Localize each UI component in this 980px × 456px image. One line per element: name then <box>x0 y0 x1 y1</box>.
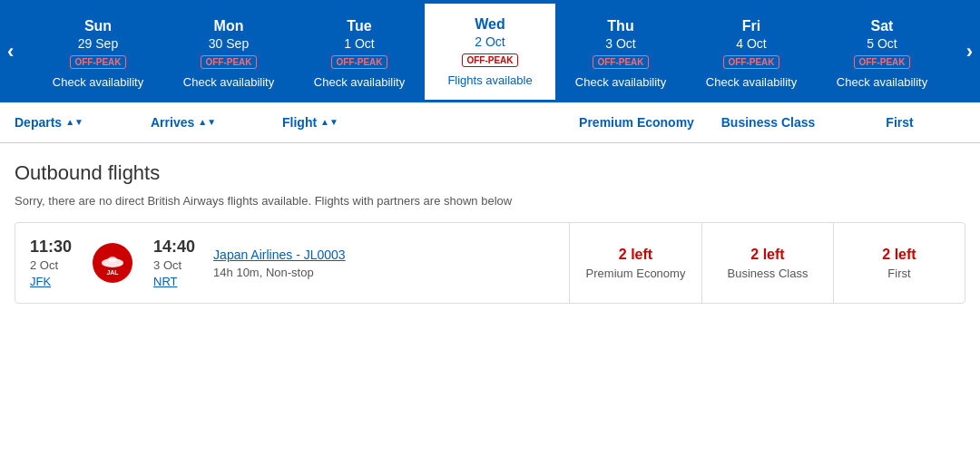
depart-info: 11:30 2 Oct JFK <box>30 238 72 288</box>
airline-logo: JAL <box>90 243 135 283</box>
col-business-label: Business Class <box>721 115 816 130</box>
arrive-time: 14:40 <box>153 238 195 257</box>
arrive-airport-link[interactable]: NRT <box>153 275 195 288</box>
calendar-day-thu[interactable]: Thu 3 Oct OFF-PEAK Check availability <box>555 0 686 102</box>
off-peak-badge: OFF-PEAK <box>462 53 517 67</box>
sort-icon-flight: ▲▼ <box>320 118 338 127</box>
col-first-label: First <box>886 115 913 130</box>
fare-label: Business Class <box>728 267 808 280</box>
table-header: Departs ▲▼ Arrives ▲▼ Flight ▲▼ Premium … <box>0 102 980 143</box>
svg-text:JAL: JAL <box>106 269 119 276</box>
day-date: 1 Oct <box>344 36 374 51</box>
flight-info: 11:30 2 Oct JFK JAL <box>15 223 569 303</box>
day-name: Wed <box>475 16 505 33</box>
calendar-day-fri[interactable]: Fri 4 Oct OFF-PEAK Check availability <box>686 0 817 102</box>
fare-cells: 2 left Premium Economy 2 left Business C… <box>569 223 965 303</box>
availability-text: Check availability <box>706 75 797 89</box>
fare-cell-0[interactable]: 2 left Premium Economy <box>570 223 701 303</box>
fare-count: 2 left <box>882 247 916 263</box>
day-date: 5 Oct <box>867 36 897 51</box>
off-peak-badge: OFF-PEAK <box>70 55 125 69</box>
col-header-business-class: Business Class <box>702 115 834 130</box>
fare-label: First <box>887 267 910 280</box>
fare-label: Premium Economy <box>586 267 686 280</box>
col-arrives-label: Arrives <box>151 115 194 130</box>
off-peak-badge: OFF-PEAK <box>593 55 648 69</box>
day-name: Fri <box>742 18 760 34</box>
flight-number-link[interactable]: Japan Airlines - JL0003 <box>213 247 346 262</box>
col-header-premium-economy: Premium Economy <box>571 115 702 130</box>
col-header-first: First <box>834 115 965 130</box>
calendar-prev-button[interactable]: ‹ <box>0 31 21 73</box>
fare-count: 2 left <box>619 247 652 263</box>
col-flight-label: Flight <box>282 115 317 130</box>
day-name: Thu <box>607 18 633 34</box>
day-name: Sat <box>871 18 894 34</box>
flight-duration: 14h 10m, Non-stop <box>213 266 346 279</box>
day-date: 2 Oct <box>475 34 505 49</box>
day-date: 3 Oct <box>605 36 635 51</box>
calendar-day-sat[interactable]: Sat 5 Oct OFF-PEAK Check availability <box>817 0 947 102</box>
jal-logo-icon: JAL <box>93 243 132 283</box>
availability-text: Check availability <box>53 75 143 89</box>
fare-cell-2[interactable]: 2 left First <box>833 223 965 303</box>
fare-count: 2 left <box>750 247 784 263</box>
flights-list: 11:30 2 Oct JFK JAL <box>15 222 965 304</box>
fare-cell-1[interactable]: 2 left Business Class <box>701 223 833 303</box>
off-peak-badge: OFF-PEAK <box>201 55 256 69</box>
calendar-days: Sun 29 Sep OFF-PEAK Check availability M… <box>33 0 947 102</box>
calendar-next-button[interactable]: › <box>959 31 980 73</box>
availability-text: Check availability <box>575 75 666 89</box>
calendar-day-mon[interactable]: Mon 30 Sep OFF-PEAK Check availability <box>163 0 294 102</box>
depart-time: 11:30 <box>30 238 72 257</box>
col-premium-label: Premium Economy <box>579 115 694 130</box>
day-date: 29 Sep <box>78 36 118 51</box>
day-date: 30 Sep <box>209 36 249 51</box>
availability-text: Check availability <box>183 75 274 89</box>
arrive-date: 3 Oct <box>153 258 195 272</box>
flight-card: 11:30 2 Oct JFK JAL <box>15 222 965 304</box>
availability-text: Check availability <box>314 75 405 89</box>
svg-point-2 <box>108 257 117 262</box>
depart-date: 2 Oct <box>30 258 72 272</box>
day-date: 4 Oct <box>736 36 766 51</box>
day-name: Sun <box>84 18 112 34</box>
main-content: Outbound flights Sorry, there are no dir… <box>0 143 980 322</box>
no-direct-flights-notice: Sorry, there are no direct British Airwa… <box>15 194 965 208</box>
off-peak-badge: OFF-PEAK <box>723 55 779 69</box>
off-peak-badge: OFF-PEAK <box>331 55 387 69</box>
calendar-strip: ‹ Sun 29 Sep OFF-PEAK Check availability… <box>0 0 980 102</box>
calendar-day-tue[interactable]: Tue 1 Oct OFF-PEAK Check availability <box>294 0 425 102</box>
day-name: Mon <box>214 18 244 34</box>
sort-icon-departs: ▲▼ <box>65 118 83 127</box>
flight-details: Japan Airlines - JL0003 14h 10m, Non-sto… <box>213 247 346 279</box>
col-departs-label: Departs <box>15 115 62 130</box>
sort-icon-arrives: ▲▼ <box>198 118 216 127</box>
day-name: Tue <box>347 18 371 34</box>
arrive-info: 14:40 3 Oct NRT <box>153 238 195 288</box>
availability-text: Flights available <box>447 73 532 87</box>
col-header-departs[interactable]: Departs ▲▼ <box>15 115 151 130</box>
calendar-day-wed[interactable]: Wed 2 Oct OFF-PEAK Flights available <box>425 0 555 102</box>
availability-text: Check availability <box>837 75 927 89</box>
depart-airport-link[interactable]: JFK <box>30 275 72 288</box>
outbound-flights-title: Outbound flights <box>15 161 965 185</box>
calendar-day-sun[interactable]: Sun 29 Sep OFF-PEAK Check availability <box>33 0 163 102</box>
col-header-flight[interactable]: Flight ▲▼ <box>282 115 571 130</box>
col-header-arrives[interactable]: Arrives ▲▼ <box>151 115 282 130</box>
off-peak-badge: OFF-PEAK <box>854 55 909 69</box>
